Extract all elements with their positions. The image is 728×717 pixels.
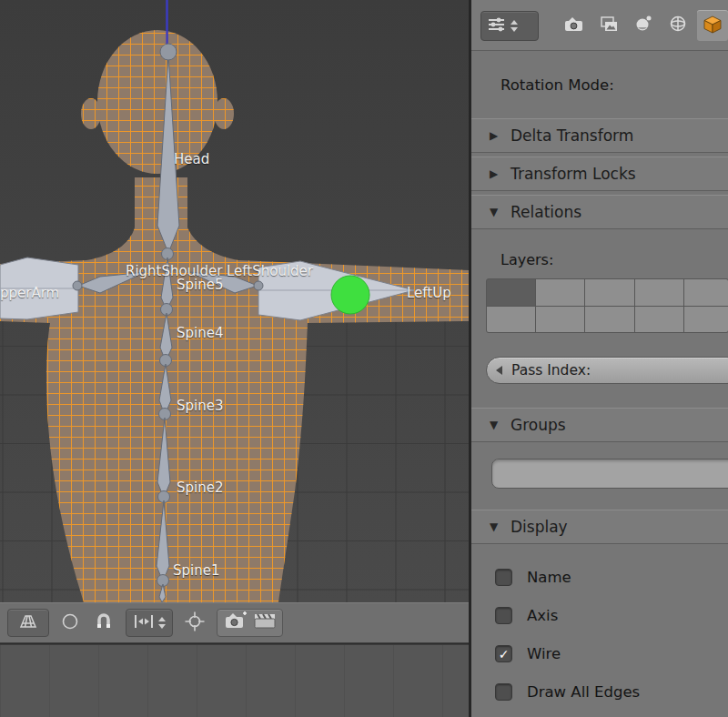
panel-header-label: Groups xyxy=(511,416,566,434)
wire-checkbox[interactable]: ✓ xyxy=(495,645,512,662)
editor-type-icon xyxy=(17,612,39,634)
panel-header-display[interactable]: ▼ Display xyxy=(471,510,728,544)
opengl-render-group xyxy=(217,609,283,637)
layer-cell[interactable] xyxy=(635,279,683,306)
camera-icon xyxy=(564,15,584,36)
layer-cell[interactable] xyxy=(487,307,535,333)
properties-editor-icon xyxy=(487,16,507,36)
snap-toggle-button[interactable] xyxy=(91,609,116,637)
layer-cell[interactable] xyxy=(684,307,728,333)
wireframe-overlay xyxy=(0,30,469,602)
name-checkbox[interactable] xyxy=(495,569,512,586)
pass-index-label: Pass Index: xyxy=(511,362,591,379)
tab-scene[interactable] xyxy=(628,10,659,41)
layers-grid xyxy=(486,278,728,333)
snap-element-button[interactable] xyxy=(126,609,173,637)
properties-panel: Rotation Mode: ▶ Delta Transform ▶ Trans… xyxy=(471,0,728,717)
chevron-updown-icon xyxy=(158,617,166,629)
layer-cell[interactable] xyxy=(585,279,633,306)
layer-cell[interactable] xyxy=(635,307,683,333)
editor-type-selector[interactable] xyxy=(480,11,539,41)
rotation-mode-label: Rotation Mode: xyxy=(500,76,614,94)
panel-header-transform-locks[interactable]: ▶ Transform Locks xyxy=(471,157,728,191)
chevron-down-icon: ▼ xyxy=(490,419,500,431)
opengl-render-anim-button[interactable] xyxy=(253,611,277,635)
world-globe-icon xyxy=(669,15,687,36)
render-layers-icon xyxy=(600,15,619,36)
panel-header-label: Relations xyxy=(511,203,581,221)
magnet-icon xyxy=(93,611,115,635)
proportional-edit-button[interactable] xyxy=(58,609,82,637)
layer-cell[interactable] xyxy=(585,307,633,333)
scene-icon xyxy=(634,15,652,36)
object-cube-icon xyxy=(703,15,723,37)
chevron-right-icon: ▶ xyxy=(490,129,500,142)
checkbox-row-wire: ✓ Wire xyxy=(495,641,561,666)
tab-object[interactable] xyxy=(697,10,728,41)
checkbox-label: Name xyxy=(527,569,571,586)
checkbox-label: Draw All Edges xyxy=(527,683,640,701)
panel-header-groups[interactable]: ▼ Groups xyxy=(471,408,728,442)
manipulator-button[interactable] xyxy=(182,609,207,637)
checkbox-label: Axis xyxy=(527,607,558,624)
checkbox-row-axis: Axis xyxy=(495,602,558,628)
viewport-render xyxy=(0,0,469,602)
panel-header-label: Transform Locks xyxy=(511,165,636,183)
checkbox-row-draw-all-edges: Draw All Edges xyxy=(495,679,640,704)
tab-world[interactable] xyxy=(662,10,693,41)
groups-add-field[interactable] xyxy=(491,459,728,489)
viewport-3d[interactable]: Head RightShoulder LeftShoulder pperArm … xyxy=(0,0,469,602)
chevron-right-icon: ▶ xyxy=(490,167,500,180)
opengl-render-still-button[interactable] xyxy=(223,611,248,635)
tab-render-layers[interactable] xyxy=(593,10,624,41)
panel-header-label: Display xyxy=(511,518,568,536)
selection-marker xyxy=(331,276,369,314)
proportional-edit-icon xyxy=(60,611,80,635)
snap-element-icon xyxy=(133,612,155,634)
checkbox-label: Wire xyxy=(527,645,561,662)
panel-header-label: Delta Transform xyxy=(511,126,633,145)
viewport-toolbar xyxy=(0,602,469,643)
checkbox-row-name: Name xyxy=(495,564,571,590)
chevron-down-icon: ▼ xyxy=(490,520,500,533)
draw-all-edges-checkbox[interactable] xyxy=(495,683,512,701)
layer-cell[interactable] xyxy=(487,279,535,306)
chevron-down-icon: ▼ xyxy=(490,206,500,218)
axis-checkbox[interactable] xyxy=(495,607,512,624)
slider-left-arrow-icon xyxy=(496,366,502,375)
layer-cell[interactable] xyxy=(536,279,584,306)
editor-type-button[interactable] xyxy=(7,609,49,637)
layer-cell[interactable] xyxy=(684,279,728,306)
manipulator-icon xyxy=(184,611,206,636)
panel-header-delta-transform[interactable]: ▶ Delta Transform xyxy=(471,118,728,153)
layer-cell[interactable] xyxy=(536,307,584,333)
tab-render[interactable] xyxy=(559,10,590,41)
layers-label: Layers: xyxy=(500,251,553,268)
panel-header-relations[interactable]: ▼ Relations xyxy=(471,195,728,229)
pass-index-field[interactable]: Pass Index: xyxy=(486,357,728,384)
properties-tabs xyxy=(559,10,728,41)
chevron-updown-icon xyxy=(511,20,518,32)
properties-header xyxy=(471,0,728,51)
timeline-area[interactable] xyxy=(0,644,469,717)
